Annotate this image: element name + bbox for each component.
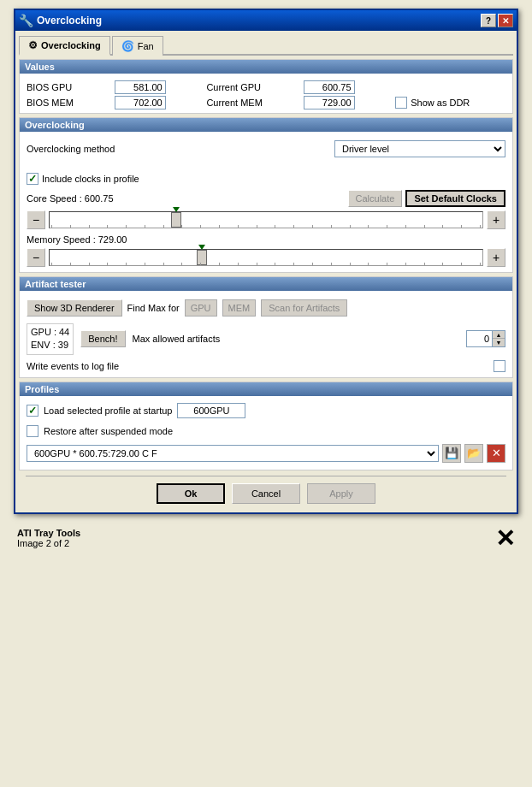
write-events-checkbox[interactable] — [494, 360, 505, 372]
bios-mem-label: BIOS MEM — [27, 98, 109, 108]
apply-button[interactable]: Apply — [307, 483, 375, 504]
restore-suspend-checkbox[interactable] — [27, 425, 38, 437]
gpu-value: GPU : 44 — [31, 326, 69, 339]
bios-gpu-label: BIOS GPU — [27, 82, 109, 92]
core-slider-track[interactable] — [49, 211, 483, 228]
values-grid: BIOS GPU Current GPU BIOS MEM Current ME… — [20, 77, 512, 113]
oc-header: Overclocking — [20, 118, 512, 132]
profile-dropdown[interactable]: 600GPU * 600.75:729.00 C F — [27, 445, 439, 462]
delete-icon: ✕ — [492, 447, 501, 459]
max-artifacts-label: Max allowed artifacts — [133, 334, 221, 344]
write-events-row: Write events to log file — [20, 358, 512, 377]
footer: ATI Tray Tools Image 2 of 2 ✕ — [14, 514, 518, 563]
load-startup-label: Load selected profile at startup — [44, 405, 172, 416]
oc-method-row: Overclocking method Driver level Hardwar… — [20, 135, 512, 163]
oc-method-select[interactable]: Driver level Hardware level Software lev… — [334, 140, 505, 157]
max-artifacts-input[interactable] — [466, 330, 492, 347]
profiles-section: Profiles ✓ Load selected profile at star… — [19, 382, 513, 470]
bios-gpu-input[interactable] — [115, 80, 166, 94]
mem-slider-plus[interactable]: + — [487, 248, 505, 267]
oc-section: Overclocking Overclocking method Driver … — [19, 117, 513, 273]
artifact-section: Artifact tester Show 3D Renderer Find Ma… — [19, 276, 513, 378]
footer-text: ATI Tray Tools Image 2 of 2 — [17, 528, 80, 548]
max-artifacts-row: Max allowed artifacts ▲ ▼ — [133, 330, 506, 347]
oc-method-label: Overclocking method — [27, 144, 115, 154]
mem-slider-minus[interactable]: − — [27, 248, 45, 267]
find-max-label: Find Max for — [127, 303, 180, 313]
restore-suspend-row: Restore after suspended mode — [20, 422, 512, 441]
artifact-row1: Show 3D Renderer Find Max for GPU MEM Sc… — [20, 294, 512, 320]
core-speed-buttons: Calculate Set Default Clocks — [348, 190, 505, 207]
tab-fan-label: Fan — [138, 41, 154, 51]
ok-button[interactable]: Ok — [157, 483, 225, 504]
mem-slider-ticks — [50, 263, 482, 265]
show-ddr-row: Show as DDR — [395, 97, 505, 109]
tab-overclocking[interactable]: ⚙ Overclocking — [19, 36, 110, 56]
profile-delete-button[interactable]: ✕ — [487, 444, 505, 463]
profile-dropdown-row: 600GPU * 600.75:729.00 C F 💾 📂 ✕ — [20, 441, 512, 466]
artifact-header: Artifact tester — [20, 277, 512, 291]
memory-speed-label: Memory Speed : 729.00 — [20, 231, 512, 246]
tab-fan[interactable]: 🌀 Fan — [112, 36, 163, 56]
bios-mem-input[interactable] — [115, 96, 166, 109]
show-ddr-label: Show as DDR — [411, 98, 470, 108]
env-value: ENV : 39 — [31, 339, 69, 352]
values-header: Values — [20, 60, 512, 74]
gpu-env-box: GPU : 44 ENV : 39 — [27, 323, 74, 355]
restore-suspend-label: Restore after suspended mode — [44, 426, 173, 436]
spinbox-arrows: ▲ ▼ — [492, 330, 505, 347]
footer-close-icon[interactable]: ✕ — [495, 524, 515, 553]
profiles-header: Profiles — [20, 382, 512, 396]
calculate-button[interactable]: Calculate — [348, 190, 403, 207]
current-mem-label: Current MEM — [206, 98, 298, 108]
open-icon: 📂 — [467, 447, 481, 459]
current-mem-input[interactable] — [304, 96, 355, 109]
profile-open-button[interactable]: 📂 — [464, 444, 483, 463]
show-ddr-checkbox[interactable] — [395, 97, 407, 109]
include-clocks-checkbox[interactable]: ✓ — [27, 173, 38, 185]
load-startup-row: ✓ Load selected profile at startup 600GP… — [20, 399, 512, 422]
set-default-button[interactable]: Set Default Clocks — [405, 190, 505, 207]
spinbox-down[interactable]: ▼ — [493, 339, 505, 346]
gpu-button[interactable]: GPU — [185, 299, 217, 317]
profile-save-button[interactable]: 💾 — [442, 444, 461, 463]
values-section: Values BIOS GPU Current GPU BIOS MEM Cur… — [19, 59, 513, 114]
cancel-button[interactable]: Cancel — [232, 483, 300, 504]
artifact-row2: GPU : 44 ENV : 39 Bench! Max allowed art… — [20, 320, 512, 358]
fan-tab-icon: 🌀 — [121, 40, 134, 52]
footer-app-name: ATI Tray Tools — [17, 528, 80, 538]
close-button[interactable]: ✕ — [498, 14, 513, 27]
mem-button[interactable]: MEM — [222, 299, 257, 317]
current-gpu-input[interactable] — [304, 80, 355, 94]
core-slider-plus[interactable]: + — [487, 210, 505, 229]
core-slider-minus[interactable]: − — [27, 210, 45, 229]
title-bar-left: 🔧 Overclocking — [19, 14, 102, 27]
bench-button[interactable]: Bench! — [80, 330, 125, 347]
overclocking-tab-icon: ⚙ — [28, 39, 38, 51]
oc-method-dropdown-wrapper: Driver level Hardware level Software lev… — [334, 140, 505, 157]
window-icon: 🔧 — [19, 14, 33, 27]
include-clocks-row: ✓ Include clocks in profile — [20, 169, 512, 188]
core-slider-ticks — [50, 225, 482, 228]
core-speed-label: Core Speed : 600.75 — [27, 193, 114, 204]
title-buttons: ? ✕ — [481, 14, 513, 27]
mem-slider-track[interactable] — [49, 249, 483, 266]
window-body: ⚙ Overclocking 🌀 Fan Values BIOS GPU Cur… — [15, 31, 517, 512]
load-startup-checkbox[interactable]: ✓ — [27, 405, 38, 417]
main-window: 🔧 Overclocking ? ✕ ⚙ Overclocking 🌀 Fan … — [14, 9, 518, 514]
core-slider-row: − + — [20, 209, 512, 231]
scan-artifacts-button[interactable]: Scan for Artifacts — [261, 299, 347, 317]
current-gpu-label: Current GPU — [206, 82, 298, 92]
write-events-label: Write events to log file — [27, 361, 119, 371]
max-artifacts-spinbox: ▲ ▼ — [466, 330, 505, 347]
profile-name-box: 600GPU — [177, 403, 245, 418]
save-icon: 💾 — [445, 447, 458, 459]
show-3d-button[interactable]: Show 3D Renderer — [27, 299, 122, 317]
bottom-separator — [26, 476, 506, 476]
spinbox-up[interactable]: ▲ — [493, 331, 505, 339]
include-clocks-label: Include clocks in profile — [42, 174, 139, 184]
window-title: Overclocking — [37, 15, 102, 27]
tab-overclocking-label: Overclocking — [41, 40, 101, 50]
help-button[interactable]: ? — [481, 14, 496, 27]
title-bar: 🔧 Overclocking ? ✕ — [15, 10, 517, 31]
